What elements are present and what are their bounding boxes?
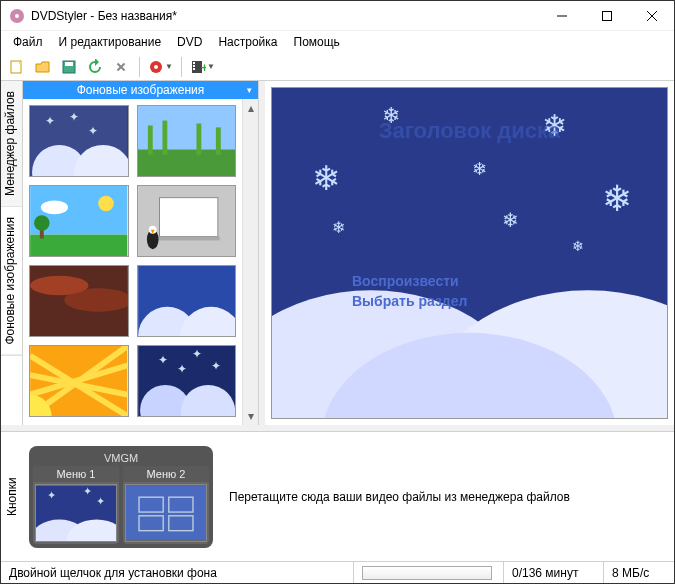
tab-file-manager[interactable]: Менеджер файлов bbox=[1, 81, 22, 207]
bg-thumb[interactable] bbox=[137, 105, 237, 177]
svg-rect-27 bbox=[162, 121, 167, 155]
progress-bar bbox=[362, 566, 492, 580]
side-tabs: Менеджер файлов Фоновые изображения bbox=[1, 81, 23, 425]
maximize-button[interactable] bbox=[584, 1, 629, 30]
menu-edit[interactable]: И редактирование bbox=[51, 33, 170, 51]
snowflake-icon: ❄ bbox=[572, 238, 584, 254]
svg-rect-26 bbox=[147, 125, 152, 154]
bg-thumb[interactable] bbox=[29, 265, 129, 337]
bg-thumb[interactable] bbox=[137, 185, 237, 257]
svg-rect-37 bbox=[159, 198, 217, 237]
svg-rect-14 bbox=[193, 62, 195, 64]
bg-thumb[interactable] bbox=[137, 265, 237, 337]
menu-card-2[interactable]: Меню 2 bbox=[123, 466, 209, 544]
toolbar: ▼ + ▼ bbox=[1, 53, 674, 81]
toolbar-separator bbox=[181, 57, 182, 77]
menu-card-label: Меню 1 bbox=[33, 466, 119, 482]
snowflake-icon: ❄ bbox=[312, 158, 340, 198]
snowflake-icon: ❄ bbox=[332, 218, 345, 237]
settings-icon[interactable] bbox=[111, 57, 131, 77]
menubar: Файл И редактирование DVD Настройка Помо… bbox=[1, 31, 674, 53]
chevron-down-icon: ▾ bbox=[247, 85, 252, 95]
tab-buttons[interactable]: Кнопки bbox=[1, 432, 23, 561]
menu-group-vmgm: VMGM Меню 1 ✦✦✦ Меню 2 bbox=[29, 446, 213, 548]
main-body: Менеджер файлов Фоновые изображения Фоно… bbox=[1, 81, 674, 425]
chevron-down-icon: ▼ bbox=[165, 62, 173, 71]
svg-rect-16 bbox=[193, 68, 195, 70]
disc-title[interactable]: Заголовок диска bbox=[379, 118, 561, 144]
menu-group-label: VMGM bbox=[104, 450, 138, 466]
status-progress bbox=[354, 562, 504, 583]
menu-item-select[interactable]: Выбрать раздел bbox=[352, 293, 467, 309]
svg-point-32 bbox=[41, 201, 68, 215]
chevron-down-icon: ▼ bbox=[207, 62, 215, 71]
menu-item-play[interactable]: Воспроизвести bbox=[352, 273, 459, 289]
menu-card-label: Меню 2 bbox=[123, 466, 209, 482]
menu-settings[interactable]: Настройка bbox=[210, 33, 285, 51]
svg-text:✦: ✦ bbox=[69, 110, 79, 123]
svg-point-12 bbox=[154, 65, 158, 69]
bg-thumb[interactable]: ✦✦✦✦ bbox=[137, 345, 237, 417]
svg-text:✦: ✦ bbox=[88, 124, 98, 137]
svg-rect-38 bbox=[157, 237, 219, 241]
svg-text:✦: ✦ bbox=[96, 494, 105, 506]
svg-point-33 bbox=[98, 196, 114, 212]
snowflake-icon: ❄ bbox=[602, 178, 632, 220]
bottom-panel: Кнопки VMGM Меню 1 ✦✦✦ Меню 2 Перетащите… bbox=[1, 431, 674, 561]
burn-button[interactable]: ▼ bbox=[148, 59, 173, 75]
svg-point-35 bbox=[34, 215, 50, 231]
svg-text:✦: ✦ bbox=[191, 347, 201, 360]
snowflake-icon: ❄ bbox=[502, 208, 519, 232]
add-media-button[interactable]: + ▼ bbox=[190, 59, 215, 75]
svg-text:✦: ✦ bbox=[83, 485, 92, 497]
svg-text:✦: ✦ bbox=[45, 114, 55, 127]
svg-rect-70 bbox=[126, 486, 206, 540]
status-time: 0/136 минут bbox=[504, 562, 604, 583]
svg-text:✦: ✦ bbox=[157, 353, 167, 366]
save-button[interactable] bbox=[59, 57, 79, 77]
thumbnails-scrollbar[interactable]: ▴▾ bbox=[242, 99, 258, 425]
menu-card-1[interactable]: Меню 1 ✦✦✦ bbox=[33, 466, 119, 544]
close-button[interactable] bbox=[629, 1, 674, 30]
svg-text:✦: ✦ bbox=[47, 489, 56, 501]
svg-text:✦: ✦ bbox=[177, 362, 187, 375]
svg-rect-31 bbox=[30, 235, 127, 256]
panel-header-label: Фоновые изображения bbox=[77, 83, 205, 97]
svg-text:✦: ✦ bbox=[211, 359, 221, 372]
window-title: DVDStyler - Без названия* bbox=[31, 9, 539, 23]
menu-help[interactable]: Помощь bbox=[286, 33, 348, 51]
thumbnail-grid: ✦✦✦ bbox=[23, 99, 242, 425]
menu-file[interactable]: Файл bbox=[5, 33, 51, 51]
panel-header[interactable]: Фоновые изображения ▾ bbox=[23, 81, 258, 99]
menus-strip: VMGM Меню 1 ✦✦✦ Меню 2 Перетащите сюда в… bbox=[23, 432, 674, 561]
svg-rect-29 bbox=[215, 127, 220, 154]
status-bar: Двойной щелчок для установки фона 0/136 … bbox=[1, 561, 674, 583]
minimize-button[interactable] bbox=[539, 1, 584, 30]
backgrounds-panel: Фоновые изображения ▾ ✦✦✦ bbox=[23, 81, 259, 425]
scroll-down-icon[interactable]: ▾ bbox=[248, 409, 254, 423]
snowflake-icon: ❄ bbox=[472, 158, 487, 180]
scroll-up-icon[interactable]: ▴ bbox=[248, 101, 254, 115]
tab-backgrounds[interactable]: Фоновые изображения bbox=[1, 207, 22, 356]
menu-canvas[interactable]: ❄ ❄ ❄ ❄ ❄ ❄ ❄ ❄ Заголовок диска Воспроиз… bbox=[271, 87, 668, 419]
svg-text:+: + bbox=[201, 61, 206, 75]
bg-thumb[interactable] bbox=[29, 345, 129, 417]
titlebar: DVDStyler - Без названия* bbox=[1, 1, 674, 31]
preview-area: ❄ ❄ ❄ ❄ ❄ ❄ ❄ ❄ Заголовок диска Воспроиз… bbox=[265, 81, 674, 425]
bottom-tabs: Кнопки bbox=[1, 432, 23, 561]
svg-rect-8 bbox=[65, 62, 73, 66]
open-button[interactable] bbox=[33, 57, 53, 77]
new-button[interactable] bbox=[7, 57, 27, 77]
svg-rect-28 bbox=[196, 124, 201, 155]
svg-rect-3 bbox=[602, 11, 611, 20]
bg-thumb[interactable] bbox=[29, 185, 129, 257]
app-window: DVDStyler - Без названия* Файл И редакти… bbox=[0, 0, 675, 584]
toolbar-separator bbox=[139, 57, 140, 77]
refresh-button[interactable] bbox=[85, 57, 105, 77]
menu-dvd[interactable]: DVD bbox=[169, 33, 210, 51]
drop-hint: Перетащите сюда ваши видео файлы из мене… bbox=[223, 490, 668, 504]
svg-rect-15 bbox=[193, 65, 195, 67]
svg-point-1 bbox=[15, 14, 19, 18]
status-hint: Двойной щелчок для установки фона bbox=[1, 562, 354, 583]
bg-thumb[interactable]: ✦✦✦ bbox=[29, 105, 129, 177]
